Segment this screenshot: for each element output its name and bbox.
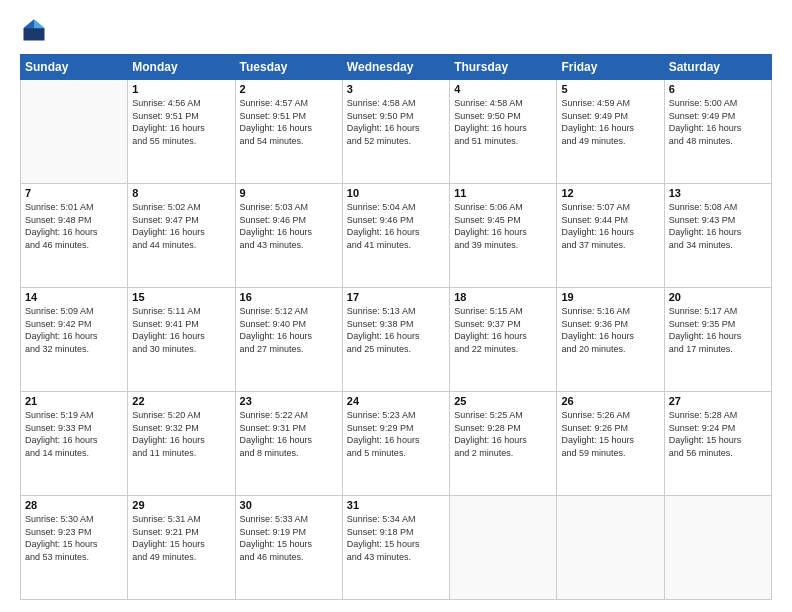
header-saturday: Saturday xyxy=(664,55,771,80)
day-info: Sunrise: 5:33 AM Sunset: 9:19 PM Dayligh… xyxy=(240,513,338,563)
day-info: Sunrise: 5:20 AM Sunset: 9:32 PM Dayligh… xyxy=(132,409,230,459)
calendar-cell: 14Sunrise: 5:09 AM Sunset: 9:42 PM Dayli… xyxy=(21,288,128,392)
day-info: Sunrise: 5:25 AM Sunset: 9:28 PM Dayligh… xyxy=(454,409,552,459)
day-info: Sunrise: 5:16 AM Sunset: 9:36 PM Dayligh… xyxy=(561,305,659,355)
day-number: 20 xyxy=(669,291,767,303)
calendar-cell: 5Sunrise: 4:59 AM Sunset: 9:49 PM Daylig… xyxy=(557,80,664,184)
logo xyxy=(20,16,52,44)
day-number: 8 xyxy=(132,187,230,199)
calendar-cell: 28Sunrise: 5:30 AM Sunset: 9:23 PM Dayli… xyxy=(21,496,128,600)
calendar-table: SundayMondayTuesdayWednesdayThursdayFrid… xyxy=(20,54,772,600)
day-info: Sunrise: 5:06 AM Sunset: 9:45 PM Dayligh… xyxy=(454,201,552,251)
day-number: 30 xyxy=(240,499,338,511)
header xyxy=(20,16,772,44)
calendar-cell: 26Sunrise: 5:26 AM Sunset: 9:26 PM Dayli… xyxy=(557,392,664,496)
day-info: Sunrise: 5:23 AM Sunset: 9:29 PM Dayligh… xyxy=(347,409,445,459)
day-number: 11 xyxy=(454,187,552,199)
day-number: 24 xyxy=(347,395,445,407)
day-number: 21 xyxy=(25,395,123,407)
calendar-cell: 30Sunrise: 5:33 AM Sunset: 9:19 PM Dayli… xyxy=(235,496,342,600)
calendar-cell: 18Sunrise: 5:15 AM Sunset: 9:37 PM Dayli… xyxy=(450,288,557,392)
page: SundayMondayTuesdayWednesdayThursdayFrid… xyxy=(0,0,792,612)
calendar-cell xyxy=(664,496,771,600)
day-number: 23 xyxy=(240,395,338,407)
day-number: 1 xyxy=(132,83,230,95)
day-number: 12 xyxy=(561,187,659,199)
header-monday: Monday xyxy=(128,55,235,80)
day-number: 25 xyxy=(454,395,552,407)
calendar-cell: 13Sunrise: 5:08 AM Sunset: 9:43 PM Dayli… xyxy=(664,184,771,288)
day-info: Sunrise: 4:58 AM Sunset: 9:50 PM Dayligh… xyxy=(347,97,445,147)
header-tuesday: Tuesday xyxy=(235,55,342,80)
calendar-cell: 20Sunrise: 5:17 AM Sunset: 9:35 PM Dayli… xyxy=(664,288,771,392)
day-number: 16 xyxy=(240,291,338,303)
day-info: Sunrise: 4:58 AM Sunset: 9:50 PM Dayligh… xyxy=(454,97,552,147)
day-info: Sunrise: 5:07 AM Sunset: 9:44 PM Dayligh… xyxy=(561,201,659,251)
day-info: Sunrise: 5:26 AM Sunset: 9:26 PM Dayligh… xyxy=(561,409,659,459)
day-info: Sunrise: 5:28 AM Sunset: 9:24 PM Dayligh… xyxy=(669,409,767,459)
week-row-4: 21Sunrise: 5:19 AM Sunset: 9:33 PM Dayli… xyxy=(21,392,772,496)
day-number: 6 xyxy=(669,83,767,95)
day-number: 26 xyxy=(561,395,659,407)
calendar-cell: 3Sunrise: 4:58 AM Sunset: 9:50 PM Daylig… xyxy=(342,80,449,184)
day-number: 22 xyxy=(132,395,230,407)
day-number: 31 xyxy=(347,499,445,511)
day-info: Sunrise: 5:30 AM Sunset: 9:23 PM Dayligh… xyxy=(25,513,123,563)
calendar-cell: 24Sunrise: 5:23 AM Sunset: 9:29 PM Dayli… xyxy=(342,392,449,496)
calendar-cell: 7Sunrise: 5:01 AM Sunset: 9:48 PM Daylig… xyxy=(21,184,128,288)
header-thursday: Thursday xyxy=(450,55,557,80)
day-number: 10 xyxy=(347,187,445,199)
day-info: Sunrise: 5:22 AM Sunset: 9:31 PM Dayligh… xyxy=(240,409,338,459)
day-number: 27 xyxy=(669,395,767,407)
calendar-cell: 16Sunrise: 5:12 AM Sunset: 9:40 PM Dayli… xyxy=(235,288,342,392)
day-number: 15 xyxy=(132,291,230,303)
day-info: Sunrise: 5:08 AM Sunset: 9:43 PM Dayligh… xyxy=(669,201,767,251)
day-info: Sunrise: 4:59 AM Sunset: 9:49 PM Dayligh… xyxy=(561,97,659,147)
day-info: Sunrise: 5:15 AM Sunset: 9:37 PM Dayligh… xyxy=(454,305,552,355)
day-number: 9 xyxy=(240,187,338,199)
day-info: Sunrise: 4:57 AM Sunset: 9:51 PM Dayligh… xyxy=(240,97,338,147)
calendar-cell: 21Sunrise: 5:19 AM Sunset: 9:33 PM Dayli… xyxy=(21,392,128,496)
day-number: 29 xyxy=(132,499,230,511)
calendar-cell: 31Sunrise: 5:34 AM Sunset: 9:18 PM Dayli… xyxy=(342,496,449,600)
day-number: 18 xyxy=(454,291,552,303)
week-row-1: 1Sunrise: 4:56 AM Sunset: 9:51 PM Daylig… xyxy=(21,80,772,184)
day-info: Sunrise: 5:02 AM Sunset: 9:47 PM Dayligh… xyxy=(132,201,230,251)
day-info: Sunrise: 5:34 AM Sunset: 9:18 PM Dayligh… xyxy=(347,513,445,563)
calendar-cell: 17Sunrise: 5:13 AM Sunset: 9:38 PM Dayli… xyxy=(342,288,449,392)
calendar-cell: 10Sunrise: 5:04 AM Sunset: 9:46 PM Dayli… xyxy=(342,184,449,288)
week-row-5: 28Sunrise: 5:30 AM Sunset: 9:23 PM Dayli… xyxy=(21,496,772,600)
day-info: Sunrise: 5:04 AM Sunset: 9:46 PM Dayligh… xyxy=(347,201,445,251)
day-number: 19 xyxy=(561,291,659,303)
calendar-cell: 12Sunrise: 5:07 AM Sunset: 9:44 PM Dayli… xyxy=(557,184,664,288)
calendar-header-row: SundayMondayTuesdayWednesdayThursdayFrid… xyxy=(21,55,772,80)
calendar-cell: 2Sunrise: 4:57 AM Sunset: 9:51 PM Daylig… xyxy=(235,80,342,184)
calendar-cell: 22Sunrise: 5:20 AM Sunset: 9:32 PM Dayli… xyxy=(128,392,235,496)
header-friday: Friday xyxy=(557,55,664,80)
day-info: Sunrise: 5:01 AM Sunset: 9:48 PM Dayligh… xyxy=(25,201,123,251)
day-number: 13 xyxy=(669,187,767,199)
calendar-cell: 8Sunrise: 5:02 AM Sunset: 9:47 PM Daylig… xyxy=(128,184,235,288)
calendar-cell: 23Sunrise: 5:22 AM Sunset: 9:31 PM Dayli… xyxy=(235,392,342,496)
calendar-cell: 4Sunrise: 4:58 AM Sunset: 9:50 PM Daylig… xyxy=(450,80,557,184)
week-row-2: 7Sunrise: 5:01 AM Sunset: 9:48 PM Daylig… xyxy=(21,184,772,288)
day-info: Sunrise: 5:19 AM Sunset: 9:33 PM Dayligh… xyxy=(25,409,123,459)
calendar-cell: 9Sunrise: 5:03 AM Sunset: 9:46 PM Daylig… xyxy=(235,184,342,288)
header-sunday: Sunday xyxy=(21,55,128,80)
day-number: 4 xyxy=(454,83,552,95)
calendar-cell: 15Sunrise: 5:11 AM Sunset: 9:41 PM Dayli… xyxy=(128,288,235,392)
calendar-cell: 27Sunrise: 5:28 AM Sunset: 9:24 PM Dayli… xyxy=(664,392,771,496)
calendar-cell: 6Sunrise: 5:00 AM Sunset: 9:49 PM Daylig… xyxy=(664,80,771,184)
logo-icon xyxy=(20,16,48,44)
day-number: 17 xyxy=(347,291,445,303)
day-info: Sunrise: 5:12 AM Sunset: 9:40 PM Dayligh… xyxy=(240,305,338,355)
calendar-cell: 19Sunrise: 5:16 AM Sunset: 9:36 PM Dayli… xyxy=(557,288,664,392)
day-number: 3 xyxy=(347,83,445,95)
day-number: 5 xyxy=(561,83,659,95)
day-number: 28 xyxy=(25,499,123,511)
header-wednesday: Wednesday xyxy=(342,55,449,80)
calendar-cell: 1Sunrise: 4:56 AM Sunset: 9:51 PM Daylig… xyxy=(128,80,235,184)
svg-marker-1 xyxy=(34,20,45,29)
calendar-cell xyxy=(21,80,128,184)
day-info: Sunrise: 5:13 AM Sunset: 9:38 PM Dayligh… xyxy=(347,305,445,355)
